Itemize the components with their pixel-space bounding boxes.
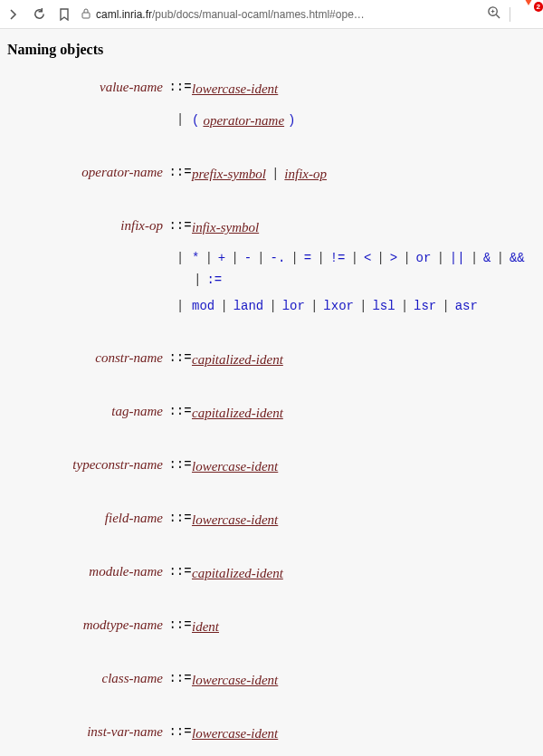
rule-value-name: value-name ::= lowercase-ident — [18, 80, 538, 99]
link-lowercase-ident[interactable]: lowercase-ident — [192, 457, 278, 476]
page-title: Naming objects — [7, 42, 538, 58]
grammar-table: value-name ::= lowercase-ident ∣ ( opera… — [18, 80, 538, 756]
zoom-icon[interactable] — [487, 5, 500, 23]
rule-inst-var-name: inst-var-name ::= lowercase-ident — [18, 724, 538, 743]
link-operator-name[interactable]: operator-name — [203, 111, 284, 130]
rule-infix-op-row1: ∣ *∣ +∣ -∣ -.∣ =∣ !=∣ <∣ >∣ or∣ ||∣ &∣ &… — [168, 250, 538, 289]
brave-shield-icon[interactable]: 2 — [519, 5, 538, 24]
reload-button[interactable] — [31, 6, 47, 23]
link-ident[interactable]: ident — [192, 617, 219, 636]
link-lowercase-ident[interactable]: lowercase-ident — [192, 80, 278, 99]
rule-value-name-alt: ∣ ( operator-name ) — [168, 111, 538, 130]
link-capitalized-ident[interactable]: capitalized-ident — [192, 404, 283, 423]
address-bar[interactable]: caml.inria.fr/pub/docs/manual-ocaml/name… — [81, 8, 478, 21]
shield-badge: 2 — [534, 2, 543, 12]
page-content: Naming objects value-name ::= lowercase-… — [0, 29, 543, 756]
rule-module-name: module-name ::= capitalized-ident — [18, 564, 538, 583]
svg-line-2 — [496, 14, 500, 18]
toolbar-divider — [510, 7, 510, 22]
browser-toolbar: caml.inria.fr/pub/docs/manual-ocaml/name… — [0, 0, 543, 29]
lock-icon — [81, 8, 90, 21]
rule-field-name: field-name ::= lowercase-ident — [18, 511, 538, 530]
forward-button[interactable] — [5, 6, 22, 23]
link-capitalized-ident[interactable]: capitalized-ident — [192, 350, 283, 369]
bookmark-icon[interactable] — [56, 6, 72, 23]
rule-infix-op: infix-op ::= infix-symbol — [18, 218, 538, 237]
rule-constr-name: constr-name ::= capitalized-ident — [18, 350, 538, 369]
link-prefix-symbol[interactable]: prefix-symbol — [192, 165, 266, 184]
link-lowercase-ident[interactable]: lowercase-ident — [192, 671, 278, 690]
rule-class-name: class-name ::= lowercase-ident — [18, 671, 538, 690]
url-text: caml.inria.fr/pub/docs/manual-ocaml/name… — [96, 8, 365, 21]
rule-tag-name: tag-name ::= capitalized-ident — [18, 404, 538, 423]
rule-typeconstr-name: typeconstr-name ::= lowercase-ident — [18, 457, 538, 476]
rule-operator-name: operator-name ::= prefix-symbol ∣ infix-… — [18, 165, 538, 184]
link-infix-op[interactable]: infix-op — [284, 165, 327, 184]
link-lowercase-ident[interactable]: lowercase-ident — [192, 511, 278, 530]
link-lowercase-ident[interactable]: lowercase-ident — [192, 724, 278, 743]
svg-rect-0 — [82, 13, 90, 18]
link-capitalized-ident[interactable]: capitalized-ident — [192, 564, 283, 583]
rule-infix-op-row2: ∣ mod∣ land∣ lor∣ lxor∣ lsl∣ lsr∣ asr — [168, 298, 538, 316]
link-infix-symbol[interactable]: infix-symbol — [192, 218, 259, 237]
rule-modtype-name: modtype-name ::= ident — [18, 617, 538, 636]
